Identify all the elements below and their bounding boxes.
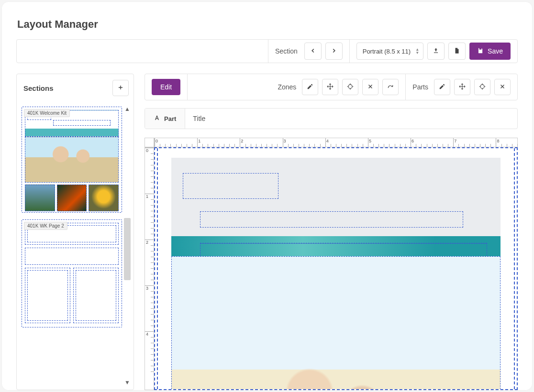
canvas[interactable] [154,147,518,390]
scrollbar[interactable]: ▲ ▼ [124,106,131,386]
zone-subtitle[interactable] [200,211,463,228]
target-icon [347,83,354,91]
parts-delete-button[interactable] [494,79,511,95]
zones-target-button[interactable] [342,79,358,95]
parts-edit-button[interactable] [434,79,450,95]
canvas-area[interactable]: 012345678 01234 [145,138,518,390]
zones-delete-button[interactable] [362,79,378,95]
page[interactable] [171,158,501,390]
section-thumb-label: 401K WK Page 2 [24,222,67,230]
move-icon [327,83,334,91]
save-label: Save [488,47,503,55]
move-icon [459,83,466,91]
next-section-button[interactable] [325,43,343,60]
part-title-field[interactable]: Title [185,115,213,122]
pencil-icon [439,83,445,91]
section-thumb-label: 401K Welcome Kit [24,109,70,117]
page-size-value: Portrait (8.5 x 11) [363,48,411,55]
sections-list[interactable]: 401K Welcome Kit 401K WK Page 2 ▲ ▼ [17,102,134,390]
top-toolbar: Section Portrait (8.5 x 11) ▲▼ [16,39,518,63]
upload-button[interactable] [427,43,445,60]
save-button[interactable]: Save [469,43,511,60]
ruler-horizontal: 012345678 [154,138,518,147]
upload-icon [433,47,439,55]
svg-point-13 [480,84,484,88]
chevron-left-icon [310,47,316,55]
close-icon [499,83,506,91]
section-thumb[interactable]: 401K WK Page 2 [22,219,122,327]
page-size-select[interactable]: Portrait (8.5 x 11) ▲▼ [356,43,423,60]
editor-toolstrip: Edit Zones [145,74,518,100]
edit-button[interactable]: Edit [152,79,180,95]
zones-edit-button[interactable] [302,79,318,95]
prev-section-button[interactable] [304,43,322,60]
parts-label: Parts [412,83,428,91]
sections-heading: Sections [23,84,54,92]
zone-title[interactable] [183,173,278,199]
zones-redo-button[interactable] [382,79,399,95]
plus-icon [117,84,124,92]
zones-label: Zones [278,83,296,91]
section-label: Section [275,47,298,55]
chevron-right-icon [331,47,337,55]
file-button[interactable] [448,43,466,60]
hero-image[interactable] [171,256,501,390]
pencil-icon [307,83,313,91]
file-icon [454,47,460,55]
part-label: Part [164,115,176,122]
parts-target-button[interactable] [474,79,490,95]
redo-icon [387,83,394,91]
ruler-vertical: 01234 [145,147,154,390]
parts-move-button[interactable] [454,79,470,95]
sections-panel: Sections 401K Welcome Kit 401K WK Page 2 [16,74,134,390]
svg-point-4 [348,84,352,88]
save-icon [477,47,484,55]
target-icon [479,83,486,91]
scroll-up-icon[interactable]: ▲ [124,106,130,112]
add-section-button[interactable] [112,80,129,96]
stepper-icon: ▲▼ [415,48,419,54]
font-icon [154,115,160,123]
part-bar: Part Title [145,108,518,129]
close-icon [367,83,374,91]
section-thumb[interactable]: 401K Welcome Kit [22,107,122,213]
scroll-down-icon[interactable]: ▼ [124,379,130,386]
page-title: Layout Manager [17,18,518,31]
zones-move-button[interactable] [322,79,338,95]
